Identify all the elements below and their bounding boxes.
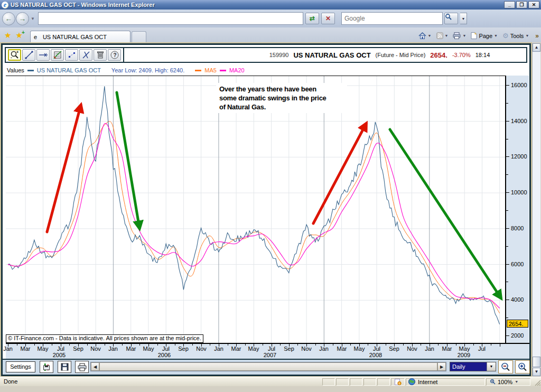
search-button[interactable] (444, 13, 458, 24)
y-axis-label: 14000 (511, 118, 527, 124)
stop-button[interactable]: ✕ (321, 13, 335, 24)
y-axis-label: 10000 (511, 189, 527, 195)
vertical-scrollbar-thumb[interactable] (533, 357, 540, 367)
page-zoom-control[interactable]: 100% ▼ (486, 378, 530, 386)
restore-button[interactable]: ❐ (516, 1, 527, 8)
delete-all-button[interactable] (94, 49, 107, 61)
add-favorite-icon[interactable]: ★+ (15, 31, 22, 40)
x-axis-tick (52, 344, 52, 346)
page-menu-button[interactable]: Page ▼ (469, 32, 499, 40)
y-axis-tick (506, 335, 509, 336)
forward-button[interactable]: → (16, 12, 29, 25)
legend-series-name: US NATURAL GAS OCT (37, 67, 101, 73)
ma20-swatch (220, 70, 226, 71)
period-select[interactable]: Daily ▼ (450, 362, 496, 371)
annotation-line: some dramatic swings in the price (219, 94, 344, 102)
y-axis-tick (506, 174, 508, 175)
x-axis-tick (122, 344, 123, 346)
x-axis-tick (297, 344, 298, 346)
tools-menu-button[interactable]: ⚙ Tools ▼ (501, 31, 530, 40)
chart-horizontal-scrollbar[interactable]: ◀ ▶ (90, 362, 446, 371)
horizontal-line-tool-icon (39, 50, 48, 60)
feeds-button[interactable]: ▼ (435, 32, 450, 40)
print-chart-button[interactable] (75, 361, 89, 373)
svg-text:-: - (11, 55, 12, 60)
y-axis-tick (506, 246, 508, 247)
window-title: US NATURAL GAS OCT - Windows Internet Ex… (11, 2, 155, 8)
scroll-down-arrow-icon[interactable]: ▼ (533, 368, 540, 376)
scroll-up-arrow-icon[interactable]: ▲ (533, 43, 540, 52)
trendline-tool-button[interactable] (22, 49, 35, 61)
status-pane (363, 378, 376, 386)
help-button[interactable]: ? (108, 49, 121, 61)
x-axis-month-label: Nov (300, 346, 313, 352)
home-button[interactable]: ▼ (417, 32, 433, 40)
save-button[interactable] (58, 361, 71, 373)
y-axis-label: 2000 (511, 332, 524, 339)
history-dropdown-icon[interactable]: ▼ (31, 16, 35, 21)
y-axis-label: 4000 (511, 296, 524, 303)
page-vertical-scrollbar[interactable]: ▲ ▼ (532, 43, 540, 376)
indicator-settings-button[interactable] (51, 49, 64, 61)
search-options-caret[interactable]: ▼ (460, 13, 467, 24)
x-axis-tick (315, 344, 316, 346)
x-axis-tick (263, 344, 263, 346)
save-chart-button[interactable] (40, 361, 53, 373)
y-axis-tick (506, 228, 509, 229)
zoom-tool-icon: + - (10, 50, 20, 60)
address-field-wrap (38, 12, 303, 25)
x-axis-month-label: Jul (265, 346, 278, 352)
x-axis-month-label: Jan (106, 346, 120, 352)
new-tab-stub[interactable] (132, 31, 146, 42)
y-axis-tick (506, 318, 508, 318)
tab-us-natural-gas[interactable]: e US NATURAL GAS OCT (30, 31, 130, 42)
price-change: -3.70% (452, 52, 471, 58)
x-axis-month-label: Nov (405, 346, 419, 352)
y-axis: 2654. 2000400060008000100001200014000160… (505, 76, 529, 343)
print-button[interactable]: ▼ (451, 32, 468, 40)
refresh-button[interactable]: ⇄ (305, 13, 319, 24)
address-input[interactable] (39, 13, 303, 24)
y-axis-tick (506, 103, 508, 104)
x-axis-month-label: Jan (317, 346, 331, 352)
minimize-button[interactable]: _ (504, 1, 515, 8)
tools-menu-label: Tools (510, 33, 524, 39)
x-axis-month-label: Mar (335, 346, 349, 352)
legend-year-range: Year Low: 2409. High: 6240. (111, 67, 184, 73)
x-axis-year-label: 2008 (366, 352, 385, 358)
pointer-tool-button[interactable] (65, 49, 78, 61)
zoom-out-button[interactable] (498, 360, 513, 374)
resize-grip[interactable] (533, 378, 541, 386)
x-axis-tick (421, 344, 421, 346)
scroll-left-arrow-icon[interactable]: ◀ (91, 362, 99, 371)
x-axis-month-label: Jan (212, 346, 226, 352)
close-button[interactable]: ✕ (528, 1, 539, 8)
favorites-star-icon[interactable]: ★ (4, 31, 11, 40)
toolbar-overflow-chevron[interactable]: » (535, 32, 539, 40)
search-input[interactable] (342, 13, 442, 24)
y-axis-tick (506, 300, 509, 300)
zoom-tool-button[interactable]: + - (8, 49, 21, 61)
x-axis-month-label: May (352, 346, 366, 352)
x-axis-month-label: Sep (387, 346, 401, 352)
help-icon: ? (110, 50, 119, 60)
x-axis-year-label: 2009 (454, 352, 473, 358)
scrollbar-thumb[interactable] (99, 362, 437, 371)
x-axis-tick (69, 344, 70, 346)
x-axis-tick (473, 344, 474, 346)
scroll-right-arrow-icon[interactable]: ▶ (437, 362, 446, 371)
x-axis-tick (139, 344, 140, 346)
horizontal-line-tool-button[interactable] (36, 49, 50, 61)
legend-ma5-label: MA5 (204, 67, 217, 73)
zoom-in-icon (517, 362, 528, 372)
status-text: Done (0, 378, 321, 386)
y-axis-tick (506, 85, 509, 86)
zoom-dropdown-icon[interactable]: ▼ (515, 380, 518, 384)
period-dropdown-icon[interactable]: ▼ (487, 362, 496, 371)
chart-plot-area[interactable]: Over the years there have been some dram… (6, 76, 505, 343)
settings-button[interactable]: Settings (6, 361, 35, 372)
security-report-pane[interactable]: ! (391, 378, 405, 386)
zoom-in-button[interactable] (515, 360, 530, 374)
back-button[interactable]: ← (2, 12, 15, 25)
erase-line-tool-button[interactable] (79, 49, 92, 61)
